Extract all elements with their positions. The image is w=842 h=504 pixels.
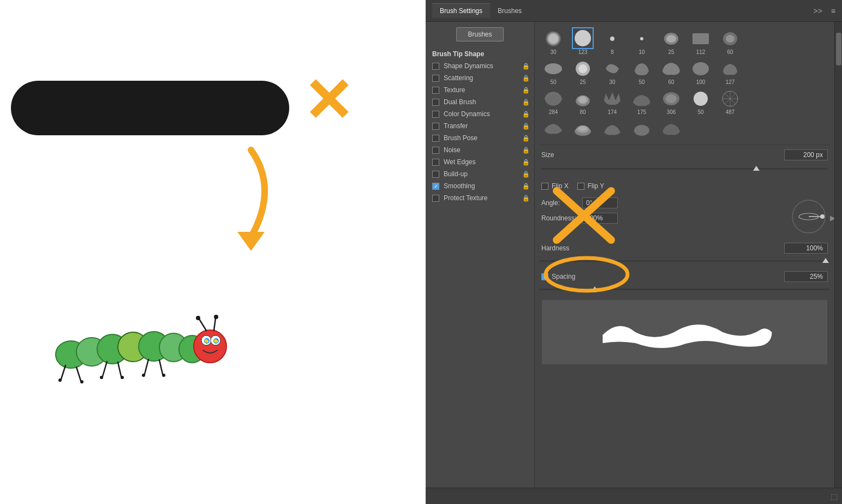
svg-line-17 bbox=[199, 319, 206, 331]
label-protect-texture: Protect Texture bbox=[444, 194, 487, 202]
brush-tip-175[interactable]: 175 bbox=[628, 87, 656, 116]
sidebar-item-transfer[interactable]: Transfer 🔒 bbox=[426, 120, 534, 132]
checkbox-wet-edges[interactable] bbox=[432, 159, 439, 166]
label-smoothing: Smoothing bbox=[444, 182, 475, 190]
spacing-slider-thumb[interactable] bbox=[592, 286, 598, 291]
sidebar-item-noise[interactable]: Noise 🔒 bbox=[426, 144, 534, 156]
sidebar-item-brush-tip-shape[interactable]: Brush Tip Shape bbox=[426, 48, 534, 60]
brush-tip-30-r2[interactable]: 30 bbox=[598, 57, 626, 86]
sidebar-item-brush-pose[interactable]: Brush Pose 🔒 bbox=[426, 132, 534, 144]
sidebar-item-scattering[interactable]: Scattering 🔒 bbox=[426, 72, 534, 84]
brush-tip-size-50-r3: 50 bbox=[697, 109, 703, 115]
menu-icon[interactable]: ≡ bbox=[831, 7, 835, 15]
brush-tip-100-r2[interactable]: 100 bbox=[686, 57, 715, 86]
checkbox-protect-texture[interactable] bbox=[432, 195, 439, 202]
brush-tip-25-r2[interactable]: 25 bbox=[569, 57, 597, 86]
brush-tip-127-r2[interactable]: 127 bbox=[716, 57, 744, 86]
brush-tip-50-r3[interactable]: 50 bbox=[686, 87, 715, 116]
checkbox-texture[interactable] bbox=[432, 87, 439, 94]
svg-line-21 bbox=[61, 365, 65, 379]
flip-x-item[interactable]: Flip X bbox=[541, 182, 569, 190]
brush-tip-10[interactable]: 10 bbox=[628, 27, 656, 56]
checkbox-transfer[interactable] bbox=[432, 123, 439, 130]
panel-header: Brush Settings Brushes >> ≡ bbox=[426, 0, 842, 22]
brush-tip-306[interactable]: 306 bbox=[657, 87, 685, 116]
hardness-slider-container bbox=[539, 256, 830, 265]
hardness-slider-thumb[interactable] bbox=[822, 258, 829, 263]
brush-tip-50-r2[interactable]: 50 bbox=[539, 57, 568, 86]
size-control-row: Size bbox=[539, 149, 830, 160]
angle-wheel-area[interactable]: ▶ bbox=[790, 197, 828, 237]
brush-tip-size-60-r2: 60 bbox=[668, 79, 674, 85]
svg-line-24 bbox=[118, 362, 121, 376]
checkbox-color-dynamics[interactable] bbox=[432, 111, 439, 118]
svg-point-57 bbox=[578, 125, 587, 131]
brush-tip-r4-2[interactable] bbox=[569, 117, 597, 140]
brush-tip-r4-1[interactable] bbox=[539, 117, 568, 140]
brush-tip-60-r2[interactable]: 60 bbox=[657, 57, 685, 86]
spacing-input[interactable] bbox=[784, 271, 828, 282]
sidebar-item-protect-texture[interactable]: Protect Texture 🔒 bbox=[426, 192, 534, 204]
brush-tip-123[interactable]: 123 bbox=[569, 26, 597, 56]
brush-tip-r4-3[interactable] bbox=[598, 117, 626, 140]
svg-line-26 bbox=[159, 360, 163, 374]
label-shape-dynamics: Shape Dynamics bbox=[444, 62, 493, 70]
checkbox-shape-dynamics[interactable] bbox=[432, 63, 439, 70]
brush-tip-284[interactable]: 284 bbox=[539, 87, 568, 116]
brush-tip-r4-5[interactable] bbox=[657, 117, 685, 140]
checkbox-brush-pose[interactable] bbox=[432, 135, 439, 142]
expand-icon[interactable]: >> bbox=[813, 7, 822, 15]
brush-tip-size-306: 306 bbox=[667, 109, 676, 115]
label-scattering: Scattering bbox=[444, 74, 473, 82]
brush-tip-80[interactable]: 80 bbox=[569, 87, 597, 116]
size-input[interactable] bbox=[784, 149, 828, 160]
checkbox-flip-x[interactable] bbox=[541, 183, 548, 190]
svg-point-16 bbox=[214, 339, 217, 343]
roundness-input[interactable] bbox=[582, 213, 618, 224]
brush-tip-size-30-r2: 30 bbox=[609, 79, 615, 85]
tab-brush-settings[interactable]: Brush Settings bbox=[432, 3, 490, 18]
checkbox-dual-brush[interactable] bbox=[432, 99, 439, 106]
scrollbar[interactable] bbox=[834, 22, 842, 488]
sidebar-item-color-dynamics[interactable]: Color Dynamics 🔒 bbox=[426, 108, 534, 120]
checkbox-scattering[interactable] bbox=[432, 75, 439, 82]
label-build-up: Build-up bbox=[444, 170, 468, 178]
brush-tip-112[interactable]: 112 bbox=[686, 27, 715, 56]
flip-y-item[interactable]: Flip Y bbox=[577, 182, 604, 190]
svg-point-49 bbox=[666, 94, 677, 103]
hardness-input[interactable] bbox=[784, 243, 828, 254]
brush-tip-8[interactable]: 8 bbox=[598, 27, 626, 56]
svg-point-8 bbox=[194, 330, 226, 363]
brush-tip-size-25: 25 bbox=[668, 49, 674, 55]
checkbox-smoothing[interactable]: ✓ bbox=[432, 183, 439, 190]
svg-point-43 bbox=[578, 64, 587, 73]
brushes-button[interactable]: Brushes bbox=[456, 27, 503, 41]
sidebar-item-shape-dynamics[interactable]: Shape Dynamics 🔒 bbox=[426, 60, 534, 72]
lock-dual-brush: 🔒 bbox=[522, 99, 530, 106]
brush-tip-30[interactable]: 30 bbox=[539, 27, 568, 56]
sidebar-item-build-up[interactable]: Build-up 🔒 bbox=[426, 168, 534, 180]
brush-tip-487[interactable]: 487 bbox=[716, 87, 744, 116]
arrow-annotation bbox=[207, 145, 295, 256]
sidebar-item-wet-edges[interactable]: Wet Edges 🔒 bbox=[426, 156, 534, 168]
sidebar-item-dual-brush[interactable]: Dual Brush 🔒 bbox=[426, 96, 534, 108]
label-wet-edges: Wet Edges bbox=[444, 158, 475, 166]
svg-line-23 bbox=[103, 362, 107, 376]
angle-input[interactable] bbox=[582, 197, 618, 208]
sidebar-item-smoothing[interactable]: ✓ Smoothing 🔒 bbox=[426, 180, 534, 192]
brush-tip-r4-4[interactable] bbox=[628, 117, 656, 140]
brush-tip-60-textured[interactable]: 60 bbox=[716, 27, 744, 56]
checkbox-build-up[interactable] bbox=[432, 171, 439, 178]
checkbox-noise[interactable] bbox=[432, 147, 439, 154]
brush-tip-174[interactable]: 174 bbox=[598, 87, 626, 116]
checkbox-spacing[interactable]: ✓ bbox=[541, 273, 548, 280]
checkbox-flip-y[interactable] bbox=[577, 183, 584, 190]
label-color-dynamics: Color Dynamics bbox=[444, 110, 490, 118]
brush-tip-25-fuzzy[interactable]: 25 bbox=[657, 27, 685, 56]
sidebar-item-texture[interactable]: Texture 🔒 bbox=[426, 84, 534, 96]
scrollbar-thumb[interactable] bbox=[836, 33, 841, 65]
tab-brushes[interactable]: Brushes bbox=[490, 4, 529, 18]
brush-tip-50-r2b[interactable]: 50 bbox=[628, 57, 656, 86]
size-slider-thumb[interactable] bbox=[753, 166, 760, 171]
angle-wheel-svg[interactable] bbox=[790, 197, 828, 236]
